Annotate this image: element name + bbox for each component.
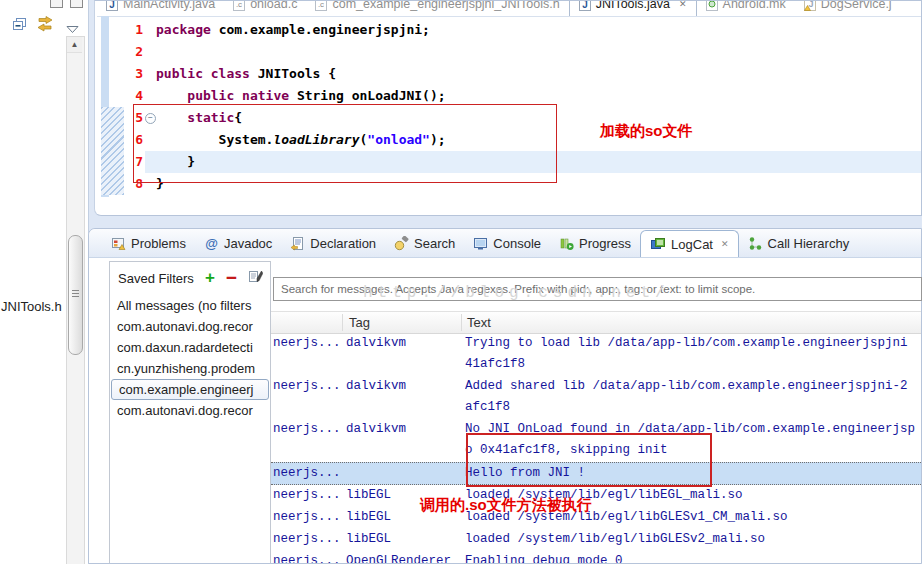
collapse-all-icon[interactable]: [12, 17, 28, 36]
annotation-box-static-block: [133, 104, 557, 183]
log-app-cell: neerjs...: [273, 333, 345, 354]
column-header-tag: Tag: [349, 312, 370, 333]
editor-tab-label: MainActivity.java: [123, 1, 215, 11]
editor-tab-label: DogService.j: [821, 1, 892, 11]
svg-text:.c: .c: [318, 1, 324, 9]
close-icon[interactable]: ✕: [679, 1, 687, 9]
line-number: 1: [124, 19, 143, 41]
column-header-text: Text: [467, 312, 491, 333]
log-tag-cell: dalvikvm: [346, 333, 463, 354]
filter-item-all-messages-no-filters[interactable]: All messages (no filters: [110, 295, 270, 316]
edit-filter-icon[interactable]: [248, 269, 263, 287]
log-row[interactable]: neerjs...OpenGLRendererEnabling debug mo…: [271, 551, 921, 563]
editor-tab-label: com_example_engineerjspjni_JNITools.h: [332, 1, 559, 11]
filter-item-com-autonavi-dog-recor[interactable]: com.autonavi.dog.recor: [110, 400, 270, 421]
svg-text:J: J: [808, 1, 813, 9]
log-row[interactable]: neerjs...libEGLloaded /system/lib/egl/li…: [271, 485, 921, 507]
view-tab-declaration[interactable]: Declaration: [281, 230, 385, 257]
filter-item-com-example-engineerj[interactable]: com.example.engineerj: [111, 379, 269, 400]
project-explorer-partial: JNITools.h ▲: [0, 0, 89, 564]
call-hierarchy-icon: [748, 236, 763, 251]
column-divider[interactable]: [342, 314, 343, 331]
log-tag-cell: dalvikvm: [346, 376, 463, 397]
code-line: [156, 41, 446, 63]
column-divider[interactable]: [461, 314, 462, 331]
view-tab-label: LogCat: [671, 237, 713, 252]
left-panel-scrollbar[interactable]: ▲: [66, 36, 85, 564]
scrollbar-thumb[interactable]: [68, 235, 83, 355]
svg-text:@: @: [205, 236, 218, 251]
code-line: package com.example.engineerjspjni;: [156, 19, 446, 41]
javadoc-icon: @: [204, 236, 219, 251]
eclipse-window: JNITools.h ▲ JMainActivity.java.conload.…: [0, 0, 922, 564]
bottom-tab-bar: Problems@JavadocDeclarationSearchConsole…: [89, 229, 921, 258]
console-icon: [473, 236, 488, 251]
editor-tab-label: JNITools.java: [596, 1, 670, 11]
saved-filters-header: Saved Filters + −: [110, 262, 270, 293]
annotation-box-log-output: [466, 433, 712, 487]
annotation-text-loaded-so: 加载的so文件: [600, 122, 693, 141]
filter-item-com-autonavi-dog-recor[interactable]: com.autonavi.dog.recor: [110, 316, 270, 337]
log-app-cell: neerjs...: [273, 529, 345, 550]
java-file-icon: J: [579, 1, 591, 11]
log-row[interactable]: neerjs...dalvikvmTrying to load lib /dat…: [271, 333, 921, 376]
tree-item-jnitools-header[interactable]: JNITools.h: [1, 299, 62, 314]
log-app-cell: neerjs...: [273, 463, 345, 484]
log-app-cell: neerjs...: [273, 507, 345, 528]
line-number: 3: [124, 63, 143, 85]
editor-tab-onload-c[interactable]: .conload.c: [224, 1, 306, 16]
filter-item-cn-yunzhisheng-prodem[interactable]: cn.yunzhisheng.prodem: [110, 358, 270, 379]
log-text-cell: loaded /system/lib/egl/libGLESv2_mali.so: [465, 529, 921, 550]
minimize-view-button[interactable]: [50, 0, 63, 8]
scroll-up-arrow-icon[interactable]: ▲: [67, 37, 82, 53]
view-tab-label: Progress: [579, 236, 631, 251]
filter-item-com-daxun-radardetecti[interactable]: com.daxun.radardetecti: [110, 337, 270, 358]
view-tab-javadoc[interactable]: @Javadoc: [195, 230, 281, 257]
log-table-header: Tag Text: [271, 311, 921, 334]
remove-filter-icon[interactable]: −: [226, 273, 237, 283]
editor-tab-android-mk[interactable]: Android.mk: [697, 1, 795, 16]
log-row[interactable]: neerjs...libEGLloaded /system/lib/egl/li…: [271, 529, 921, 551]
svg-text:J: J: [582, 1, 588, 10]
editor-tab-mainactivity-java[interactable]: JMainActivity.java: [97, 1, 224, 16]
view-tab-console[interactable]: Console: [464, 230, 550, 257]
view-tab-problems[interactable]: Problems: [102, 230, 195, 257]
c-file-icon: .c: [233, 1, 245, 11]
editor-tab-dogservice-j[interactable]: JDogService.j: [795, 1, 901, 16]
svg-text:.c: .c: [236, 1, 242, 9]
saved-filters-pane: Saved Filters + − All messages (no filte…: [109, 261, 271, 563]
view-tab-progress[interactable]: Progress: [550, 230, 640, 257]
c-file-icon: .c: [315, 1, 327, 11]
log-text-cell: Trying to load lib /data/app-lib/com.exa…: [465, 333, 921, 375]
add-filter-icon[interactable]: +: [205, 272, 215, 284]
view-tab-label: Declaration: [310, 236, 376, 251]
progress-icon: [559, 236, 574, 251]
search-icon: [394, 236, 409, 251]
java-file-icon: J: [106, 1, 118, 11]
link-with-editor-icon[interactable]: [35, 15, 55, 37]
line-number: 2: [124, 41, 143, 63]
log-text-cell: Added shared lib /data/app-lib/com.examp…: [465, 376, 921, 418]
editor-tab-label: onload.c: [250, 1, 297, 11]
close-icon[interactable]: ✕: [721, 239, 729, 249]
log-app-cell: neerjs...: [273, 376, 345, 397]
saved-filters-title: Saved Filters: [118, 271, 194, 286]
log-app-cell: neerjs...: [273, 485, 345, 506]
log-row[interactable]: neerjs...libEGLloaded /system/lib/egl/li…: [271, 507, 921, 529]
view-tab-label: Call Hierarchy: [768, 236, 850, 251]
log-app-cell: neerjs...: [273, 551, 345, 563]
view-tab-search[interactable]: Search: [385, 230, 464, 257]
log-row[interactable]: neerjs...dalvikvmAdded shared lib /data/…: [271, 376, 921, 419]
log-text-cell: Enabling debug mode 0: [465, 551, 921, 563]
editor-tab-jnitools-java[interactable]: JJNITools.java✕: [569, 1, 697, 16]
range-indicator: [101, 107, 124, 195]
view-tab-logcat[interactable]: LogCat✕: [640, 230, 738, 257]
maximize-view-button[interactable]: [70, 0, 83, 8]
log-tag-cell: libEGL: [346, 529, 463, 550]
view-tab-call-hierarchy[interactable]: Call Hierarchy: [739, 230, 859, 257]
view-tab-label: Javadoc: [224, 236, 272, 251]
editor-tab-com-example-engineerjspjni-jnitools-h[interactable]: .ccom_example_engineerjspjni_JNITools.h: [306, 1, 568, 16]
declaration-icon: [290, 236, 305, 251]
watermark-text: http://blog.csdn.net/: [363, 284, 670, 302]
view-tab-label: Problems: [131, 236, 186, 251]
